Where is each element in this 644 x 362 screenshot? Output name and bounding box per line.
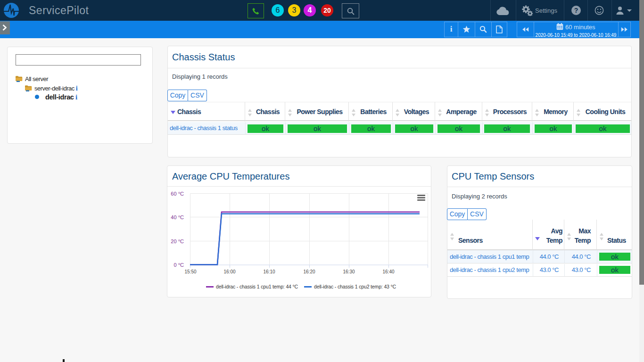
- svg-text:16:10: 16:10: [263, 269, 275, 274]
- svg-text:0 °C: 0 °C: [173, 262, 184, 268]
- svg-text:16:40: 16:40: [382, 269, 394, 274]
- svg-text:16:30: 16:30: [343, 269, 355, 274]
- svg-text:20 °C: 20 °C: [171, 239, 184, 244]
- svg-text:16:00: 16:00: [223, 269, 235, 274]
- svg-text:15:50: 15:50: [184, 269, 196, 274]
- svg-text:16:20: 16:20: [303, 269, 315, 274]
- svg-text:dell-idrac - chassis 1 cpu1 te: dell-idrac - chassis 1 cpu1 temp: 44 °C: [216, 284, 298, 289]
- svg-text:60 °C: 60 °C: [171, 191, 184, 197]
- svg-text:40 °C: 40 °C: [171, 214, 184, 220]
- svg-text:dell-idrac - chassis 1 cpu2 te: dell-idrac - chassis 1 cpu2 temp: 43 °C: [314, 284, 396, 289]
